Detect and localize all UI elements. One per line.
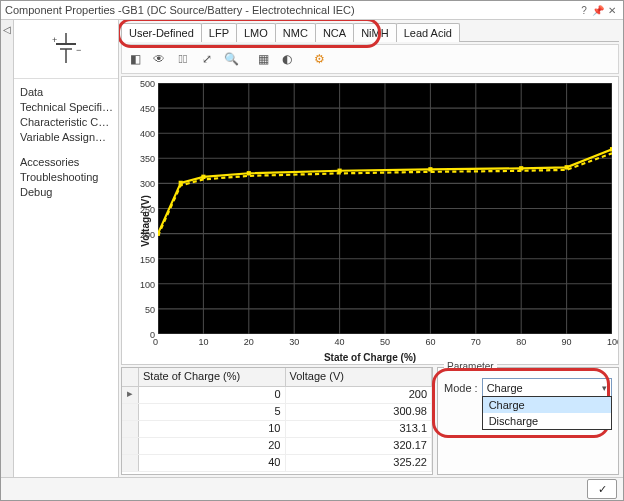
tool-settings-icon[interactable]: ⚙ [308,48,330,70]
main-panel: User-Defined LFP LMO NMC NCA NiMH Lead A… [119,20,623,477]
tab-lfp[interactable]: LFP [201,23,237,42]
parameter-panel: Parameter Mode : Charge ▾ Charge Dischar… [437,367,619,475]
nav-tech-specs[interactable]: Technical Specifications [20,100,114,115]
x-tick: 60 [425,337,435,347]
x-tick: 90 [562,337,572,347]
battery-type-tabs: User-Defined LFP LMO NMC NCA NiMH Lead A… [121,22,619,42]
y-tick: 200 [140,230,155,240]
pin-button[interactable]: 📌 [591,5,605,16]
x-tick: 50 [380,337,390,347]
x-tick: 100 [607,337,619,347]
tool-chart-type-icon[interactable]: ◧ [124,48,146,70]
table-header-soc[interactable]: State of Charge (%) [139,368,286,386]
y-tick: 400 [140,129,155,139]
component-symbol: + − [14,20,118,79]
tab-lead-acid[interactable]: Lead Acid [396,23,460,42]
x-tick: 40 [335,337,345,347]
dialog-footer: ✓ [1,477,623,500]
tool-fit-icon[interactable]: ⤢ [196,48,218,70]
nav-data[interactable]: Data [20,85,114,100]
tab-nca[interactable]: NCA [315,23,354,42]
sidebar-collapse[interactable]: ◁ [1,20,14,477]
tool-grid-icon[interactable]: ▦ [252,48,274,70]
x-tick: 70 [471,337,481,347]
table-row[interactable]: 20320.17 [122,438,432,455]
nav-troubleshooting[interactable]: Troubleshooting [20,170,114,185]
chart-xlabel: State of Charge (%) [324,352,416,363]
chevron-left-icon: ◁ [3,24,11,35]
close-button[interactable]: ✕ [605,5,619,16]
table-header-voltage[interactable]: Voltage (V) [286,368,433,386]
tool-zoom-icon[interactable]: 🔍 [220,48,242,70]
y-tick: 350 [140,154,155,164]
mode-value: Charge [487,382,523,394]
nav-char-curves[interactable]: Characteristic Curves [20,115,114,130]
tab-user-defined[interactable]: User-Defined [121,23,202,42]
window-title: Component Properties -GB1 (DC Source/Bat… [5,4,355,16]
nav-var-assign[interactable]: Variable Assignment [20,130,114,145]
bottom-row: State of Charge (%) Voltage (V) ▸0200530… [121,367,619,475]
nav-accessories[interactable]: Accessories [20,155,114,170]
tool-view-icon[interactable]: 👁 [148,48,170,70]
sidebar: + − Data Technical Specifications Charac… [14,20,119,477]
tab-nimh[interactable]: NiMH [353,23,397,42]
chart-plot[interactable] [158,83,612,334]
table-row[interactable]: 10313.1 [122,421,432,438]
tab-nmc[interactable]: NMC [275,23,316,42]
ok-button[interactable]: ✓ [587,479,617,499]
mode-label: Mode : [444,382,478,394]
y-tick: 100 [140,280,155,290]
mode-dropdown: Charge Discharge [482,396,612,430]
mode-option-charge[interactable]: Charge [483,397,611,413]
data-table: State of Charge (%) Voltage (V) ▸0200530… [121,367,433,475]
svg-rect-36 [610,147,612,151]
table-row[interactable]: 5300.98 [122,404,432,421]
x-tick: 20 [244,337,254,347]
y-tick: 250 [140,205,155,215]
y-tick: 150 [140,255,155,265]
nav-debug[interactable]: Debug [20,185,114,200]
y-tick: 500 [140,79,155,89]
y-tick: 450 [140,104,155,114]
table-row[interactable]: 40325.22 [122,455,432,472]
tool-select-icon[interactable]: �⃞ [172,48,194,70]
chevron-down-icon: ▾ [602,383,607,393]
svg-rect-32 [338,169,342,173]
mode-option-discharge[interactable]: Discharge [483,413,611,429]
x-tick: 80 [516,337,526,347]
window-root: Component Properties -GB1 (DC Source/Bat… [0,0,624,501]
sidebar-nav: Data Technical Specifications Characteri… [14,79,118,200]
y-tick: 300 [140,179,155,189]
mode-combobox[interactable]: Charge ▾ Charge Discharge [482,378,612,398]
table-row[interactable]: ▸0200 [122,387,432,404]
title-bar: Component Properties -GB1 (DC Source/Bat… [1,1,623,20]
tool-contrast-icon[interactable]: ◐ [276,48,298,70]
svg-text:−: − [76,45,81,55]
x-tick: 30 [289,337,299,347]
table-body[interactable]: ▸02005300.9810313.120320.1740325.22 [122,387,432,474]
battery-symbol-icon: + − [46,29,86,69]
svg-text:+: + [52,35,57,45]
x-tick: 10 [198,337,208,347]
y-tick: 50 [145,305,155,315]
chart-area: Voltage (V) State of Charge (%) 01020304… [121,76,619,365]
parameter-group-label: Parameter [444,361,497,372]
tab-lmo[interactable]: LMO [236,23,276,42]
help-button[interactable]: ? [577,5,591,16]
chart-toolbar: ◧ 👁 �⃞ ⤢ 🔍 ▦ ◐ ⚙ [121,44,619,74]
checkmark-icon: ✓ [598,483,607,496]
y-tick: 0 [150,330,155,340]
